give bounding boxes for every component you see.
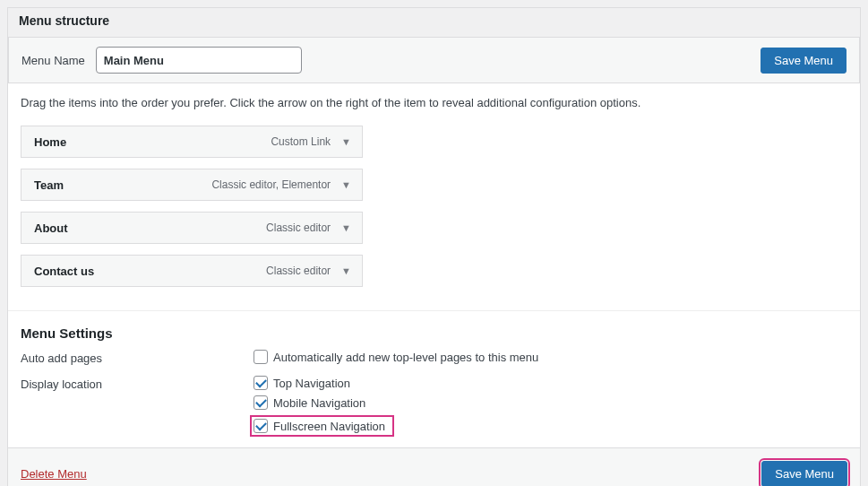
display-location-row: Display location Top NavigationMobile Na…: [21, 376, 847, 437]
panel-title: Menu structure: [19, 13, 849, 28]
menu-item-title: Home: [34, 135, 66, 149]
display-option[interactable]: Mobile Navigation: [254, 395, 394, 410]
menu-item[interactable]: TeamClassic editor, Elementor▼: [21, 169, 363, 201]
panel-body: Drag the items into the order you prefer…: [8, 83, 860, 486]
settings-title: Menu Settings: [21, 325, 847, 341]
instructions-text: Drag the items into the order you prefer…: [21, 96, 847, 109]
delete-menu-link[interactable]: Delete Menu: [21, 467, 87, 481]
chevron-down-icon[interactable]: ▼: [339, 265, 353, 276]
menu-name-input[interactable]: [96, 47, 302, 74]
display-option-checkbox[interactable]: [254, 376, 268, 390]
menu-name-label: Menu Name: [21, 54, 85, 67]
display-option-label: Top Navigation: [273, 377, 350, 390]
display-option[interactable]: Fullscreen Navigation: [250, 415, 394, 437]
footer-row: Delete Menu Save Menu: [8, 447, 860, 486]
display-option-label: Mobile Navigation: [273, 396, 365, 410]
separator: [8, 310, 860, 311]
chevron-down-icon[interactable]: ▼: [339, 136, 353, 147]
display-location-label: Display location: [21, 376, 254, 391]
menu-structure-panel: Menu structure Menu Name Save Menu Drag …: [7, 7, 861, 486]
menu-name-row: Menu Name Save Menu: [8, 37, 860, 83]
menu-item[interactable]: Contact usClassic editor▼: [21, 255, 363, 287]
chevron-down-icon[interactable]: ▼: [339, 222, 353, 233]
auto-add-option[interactable]: Automatically add new top-level pages to…: [254, 350, 538, 364]
menu-items-list: HomeCustom Link▼TeamClassic editor, Elem…: [21, 126, 363, 287]
auto-add-label: Auto add pages: [21, 350, 254, 365]
menu-item-type: Custom Link: [271, 135, 339, 148]
display-location-controls: Top NavigationMobile NavigationFullscree…: [254, 376, 394, 437]
menu-item-title: About: [34, 221, 68, 235]
menu-item-type: Classic editor: [266, 265, 339, 277]
save-menu-button-top[interactable]: Save Menu: [761, 48, 847, 74]
display-option[interactable]: Top Navigation: [254, 376, 394, 390]
auto-add-option-label: Automatically add new top-level pages to…: [273, 351, 538, 364]
chevron-down-icon[interactable]: ▼: [339, 179, 353, 190]
menu-item-title: Team: [34, 178, 64, 192]
menu-item-title: Contact us: [34, 265, 94, 278]
menu-item[interactable]: AboutClassic editor▼: [21, 212, 363, 244]
display-option-label: Fullscreen Navigation: [273, 420, 385, 433]
panel-header: Menu structure: [8, 8, 860, 37]
menu-item-type: Classic editor: [266, 221, 339, 234]
display-option-checkbox[interactable]: [254, 395, 268, 410]
save-menu-button-bottom[interactable]: Save Menu: [761, 461, 847, 486]
auto-add-checkbox[interactable]: [254, 350, 268, 364]
menu-item-type: Classic editor, Elementor: [211, 178, 339, 191]
auto-add-row: Auto add pages Automatically add new top…: [21, 350, 847, 365]
menu-item[interactable]: HomeCustom Link▼: [21, 126, 363, 158]
display-option-checkbox[interactable]: [254, 419, 268, 433]
auto-add-controls: Automatically add new top-level pages to…: [254, 350, 538, 364]
